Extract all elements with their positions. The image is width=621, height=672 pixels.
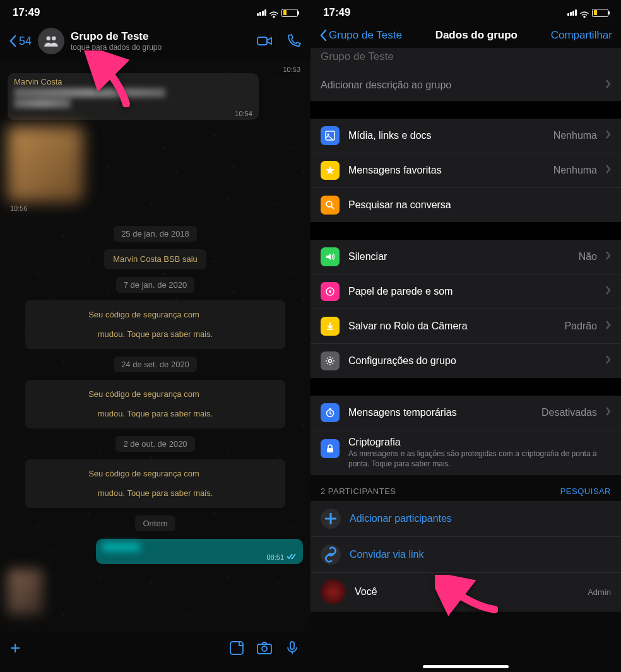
chat-input-bar: +	[0, 632, 310, 672]
wallpaper-row[interactable]: Papel de parede e som	[310, 274, 621, 309]
security-code-message[interactable]: Seu código de segurança com mudou. Toque…	[25, 380, 285, 428]
link-icon	[321, 545, 341, 565]
chat-body[interactable]: 10:53 Marvin Costa 10:54 10:56 25 de jan…	[0, 59, 310, 632]
invite-link-row[interactable]: Convidar via link	[310, 537, 621, 573]
status-bar: 17:49	[310, 0, 621, 23]
avatar	[321, 579, 346, 604]
date-separator: 2 de out. de 2020	[8, 436, 303, 452]
mic-icon[interactable]	[284, 640, 300, 656]
image-message[interactable]: 10:56	[8, 126, 83, 212]
settings-header: Grupo de Teste Dados do grupo Compartilh…	[310, 23, 621, 48]
battery-icon	[592, 9, 608, 17]
chevron-icon	[606, 165, 611, 176]
security-code-message[interactable]: Seu código de segurança com mudou. Toque…	[25, 459, 285, 508]
chevron-icon	[606, 286, 611, 297]
header-title-area[interactable]: Grupo de Teste toque para dados do grupo	[71, 30, 250, 52]
svg-rect-6	[290, 642, 294, 649]
add-description-row[interactable]: Adicionar descrição ao grupo	[310, 69, 621, 101]
group-name-row[interactable]: Grupo de Teste	[310, 48, 621, 69]
mute-row[interactable]: Silenciar Não	[310, 240, 621, 274]
media-icon	[321, 126, 340, 145]
date-separator: 7 de jan. de 2020	[8, 277, 303, 293]
home-indicator[interactable]	[423, 665, 509, 668]
chevron-icon	[606, 407, 611, 418]
signal-icon	[567, 9, 577, 16]
save-camera-row[interactable]: Salvar no Rolo da Câmera Padrão	[310, 309, 621, 344]
star-icon	[321, 161, 340, 180]
redacted-image	[8, 126, 83, 202]
settings-section: Silenciar Não Papel de parede e som Salv…	[310, 240, 621, 378]
camera-icon[interactable]	[256, 640, 273, 656]
svg-rect-14	[327, 448, 333, 452]
svg-point-5	[262, 646, 267, 651]
download-icon	[321, 317, 340, 336]
annotation-arrow	[435, 575, 498, 622]
outgoing-message[interactable]: 08:51	[96, 539, 303, 564]
add-participants-row[interactable]: Adicionar participantes	[310, 501, 621, 537]
wallpaper-icon	[321, 282, 340, 301]
group-settings-row[interactable]: Configurações do grupo	[310, 344, 621, 378]
read-ticks-icon	[287, 553, 297, 562]
left-phone-chat: 17:49 54 Grupo de Teste toque para dados…	[0, 0, 310, 672]
redacted-content	[102, 543, 140, 551]
video-call-icon[interactable]	[256, 33, 273, 49]
search-icon	[321, 196, 340, 215]
media-section: Mídia, links e docs Nenhuma Mensagens fa…	[310, 119, 621, 222]
annotation-arrow	[82, 50, 139, 110]
chevron-icon	[606, 355, 611, 367]
date-separator: 25 de jan. de 2018	[8, 226, 303, 242]
security-code-message[interactable]: Seu código de segurança com mudou. Toque…	[25, 300, 285, 349]
lock-icon	[321, 439, 340, 458]
system-message: Marvin Costa BSB saiu	[25, 249, 285, 269]
share-button[interactable]: Compartilhar	[551, 29, 612, 42]
incoming-image-preview[interactable]	[8, 569, 43, 615]
back-count: 54	[19, 35, 32, 48]
chevron-icon	[606, 130, 611, 141]
group-name-section: Grupo de Teste Adicionar descrição ao gr…	[310, 48, 621, 101]
svg-point-1	[52, 36, 56, 40]
group-avatar[interactable]	[38, 28, 64, 54]
status-bar: 17:49	[0, 0, 310, 23]
sticker-icon[interactable]	[228, 640, 245, 656]
svg-rect-3	[230, 642, 243, 654]
right-phone-settings: 17:49 Grupo de Teste Dados do grupo Comp…	[310, 0, 621, 672]
search-participants[interactable]: PESQUISAR	[560, 486, 611, 496]
svg-rect-2	[257, 37, 267, 45]
message-time: 10:54	[14, 110, 252, 117]
header-actions	[256, 33, 302, 49]
back-button[interactable]: Grupo de Teste	[319, 29, 402, 42]
status-right	[567, 9, 608, 17]
message-time: 10:56	[8, 204, 83, 212]
participants-header: 2 PARTICIPANTES PESQUISAR	[310, 475, 621, 501]
ephemeral-section: Mensagens temporárias Desativadas Cripto…	[310, 396, 621, 475]
svg-rect-7	[326, 131, 334, 140]
svg-point-9	[326, 201, 332, 207]
wifi-icon	[579, 9, 589, 16]
media-row[interactable]: Mídia, links e docs Nenhuma	[310, 119, 621, 153]
status-time: 17:49	[13, 6, 40, 19]
svg-point-12	[329, 360, 332, 363]
encryption-desc: As mensagens e as ligações são protegida…	[348, 449, 611, 469]
page-title: Dados do grupo	[435, 29, 518, 42]
prev-msg-time: 10:53	[8, 66, 303, 73]
chevron-icon	[606, 321, 611, 332]
ephemeral-row[interactable]: Mensagens temporárias Desativadas	[310, 396, 621, 430]
date-separator: Ontem	[8, 516, 303, 531]
search-chat-row[interactable]: Pesquisar na conversa	[310, 188, 621, 222]
svg-point-0	[46, 36, 50, 40]
svg-point-11	[329, 290, 331, 293]
encryption-row[interactable]: Criptografia As mensagens e as ligações …	[310, 430, 621, 475]
timer-icon	[321, 403, 340, 422]
date-separator: 24 de set. de 2020	[8, 357, 303, 372]
chevron-icon	[606, 251, 611, 262]
chat-header: 54 Grupo de Teste toque para dados do gr…	[0, 23, 310, 59]
battery-icon	[281, 9, 298, 17]
status-right	[257, 9, 298, 17]
plus-icon	[321, 509, 341, 529]
attach-button[interactable]: +	[10, 638, 20, 658]
back-button[interactable]: 54	[9, 35, 32, 48]
starred-row[interactable]: Mensagens favoritas Nenhuma	[310, 153, 621, 188]
status-time: 17:49	[323, 6, 350, 19]
voice-call-icon[interactable]	[285, 33, 302, 49]
signal-icon	[257, 9, 266, 16]
